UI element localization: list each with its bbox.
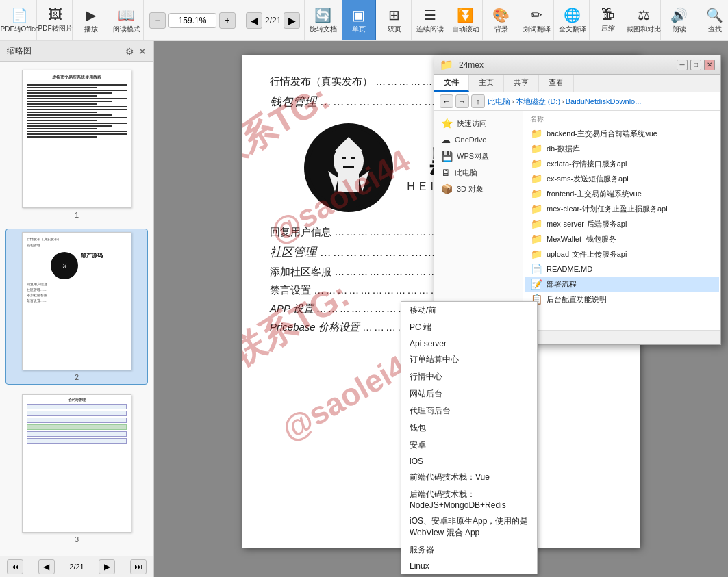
quick-access-icon: ⭐ (441, 118, 453, 129)
compare-label: 截图和对比 (627, 25, 661, 34)
thumbnail-scroll[interactable]: 虚拟币交易所系统使用教程 (0, 62, 153, 556)
compress-icon: 🗜 (601, 7, 615, 23)
thumbnail-close-icon[interactable]: ✕ (138, 46, 147, 57)
read-aloud-icon: 🔊 (670, 7, 688, 23)
tab-home[interactable]: 主页 (469, 75, 504, 92)
file-item-7[interactable]: 📁 MexWallet--钱包服务 (525, 231, 719, 246)
popup-item-10[interactable]: 前端代码技术栈：Vue (401, 469, 537, 486)
sidebar-3d[interactable]: 📦 3D 对象 (434, 181, 523, 197)
next-page-bottom-btn[interactable]: ▶ (99, 559, 115, 574)
popup-item-5[interactable]: 网站后台 (401, 385, 537, 402)
up-btn[interactable]: ↑ (471, 94, 485, 108)
sidebar-quick-access[interactable]: ⭐ 快速访问 (434, 115, 523, 131)
translate-word-icon: ✏ (531, 7, 542, 23)
file-item-1[interactable]: 📁 db-数据库 (525, 141, 719, 156)
file-label-2: exdata-行情接口服务api (547, 159, 627, 169)
file-item-9[interactable]: 📄 README.MD (525, 261, 719, 277)
popup-item-2[interactable]: Api server (401, 336, 537, 351)
back-btn[interactable]: ← (440, 94, 453, 108)
first-page-btn[interactable]: ⏮ (7, 559, 23, 574)
zoom-in-btn[interactable]: + (219, 12, 236, 29)
play-icon: ▶ (86, 7, 96, 23)
popup-item-9[interactable]: iOS (401, 454, 537, 469)
file-item-5[interactable]: 📁 mex-clear-计划任务止盈止损服务api (525, 201, 719, 216)
pdf-to-office-btn[interactable]: 📄 PDF转Office (3, 0, 37, 40)
tab-view[interactable]: 查看 (539, 75, 574, 92)
popup-item-7[interactable]: 钱包 (401, 420, 537, 437)
compress-btn[interactable]: 🗜 压缩 (591, 0, 625, 40)
close-btn[interactable]: ✕ (704, 60, 715, 70)
next-page-btn[interactable]: ▶ (284, 12, 300, 29)
zoom-out-btn[interactable]: − (149, 12, 166, 29)
popup-item-0[interactable]: 移动/前 (401, 302, 537, 319)
rotate-btn[interactable]: 🔄 旋转文档 (306, 0, 340, 40)
last-page-btn[interactable]: ⏭ (130, 559, 147, 574)
rotate-label: 旋转文档 (310, 25, 337, 34)
thumbnail-page-3[interactable]: 合约对管理 3 (5, 392, 148, 546)
popup-item-13[interactable]: 服务器 (401, 541, 537, 559)
continuous-btn[interactable]: ☰ 连续阅读 (413, 0, 447, 40)
prev-page-bottom-btn[interactable]: ◀ (38, 559, 55, 574)
file-item-4[interactable]: 📁 frontend-主交易前端系统vue (525, 186, 719, 201)
folder-icon: 📁 (440, 58, 453, 71)
file-item-2[interactable]: 📁 exdata-行情接口服务api (525, 156, 719, 171)
read-mode-icon: 📖 (118, 7, 135, 23)
file-item-8[interactable]: 📁 upload-文件上传服务api (525, 246, 719, 261)
popup-item-1[interactable]: PC 端 (401, 319, 537, 336)
file-item-10[interactable]: 📝 部署流程 (525, 277, 719, 292)
sidebar-onedrive[interactable]: ☁ OneDrive (434, 131, 523, 148)
onedrive-label: OneDrive (455, 136, 486, 144)
sidebar-wps[interactable]: 💾 WPS网盘 (434, 148, 523, 164)
file-manager-sidebar: ⭐ 快速访问 ☁ OneDrive 💾 WPS网盘 🖥 此电脑 (434, 111, 523, 330)
popup-item-12[interactable]: iOS、安卓非原生App，使用的是 WebView 混合 App (401, 513, 537, 541)
doc-text-5: 添加社区客服 (270, 266, 331, 277)
auto-scroll-btn[interactable]: ⏬ 自动滚动 (449, 0, 483, 40)
read-aloud-btn[interactable]: 🔊 朗读 (662, 0, 696, 40)
zoom-controls: − + (145, 0, 240, 40)
find-btn[interactable]: 🔍 查找 (698, 0, 728, 40)
path-folder[interactable]: BaiduNetdiskDownlo... (566, 97, 642, 105)
popup-item-4[interactable]: 行情中心 (401, 368, 537, 385)
dual-page-btn[interactable]: ⊞ 双页 (377, 0, 412, 40)
prev-page-btn[interactable]: ◀ (246, 12, 262, 29)
full-translate-btn[interactable]: 🌐 全文翻译 (555, 0, 590, 40)
thumbnail-page-2[interactable]: 行情发布（真实发布）… 钱包管理 …… ⚔ 黑产源码 回复用户信息…… 社区管理… (5, 229, 148, 385)
file-label-0: backend-主交易后台前端系统vue (547, 129, 657, 139)
file-item-0[interactable]: 📁 backend-主交易后台前端系统vue (525, 126, 719, 141)
file-list: 名称 📁 backend-主交易后台前端系统vue 📁 db-数据库 📁 exd… (523, 111, 720, 330)
tab-file[interactable]: 文件 (434, 75, 469, 92)
file-label-4: frontend-主交易前端系统vue (547, 189, 642, 199)
tab-share[interactable]: 共享 (504, 75, 539, 92)
file-item-6[interactable]: 📁 mex-server-后端服务api (525, 216, 719, 231)
maximize-btn[interactable]: □ (690, 60, 701, 70)
file-list-header: 名称 (525, 112, 719, 126)
popup-item-8[interactable]: 安卓 (401, 437, 537, 454)
single-page-btn[interactable]: ▣ 单页 (342, 0, 376, 40)
path-disk[interactable]: 本地磁盘 (D:) (516, 97, 560, 107)
thumbnail-settings-icon[interactable]: ⚙ (125, 46, 134, 57)
file-item-11[interactable]: 📋 后台配置功能说明 (525, 292, 719, 307)
pdf-to-image-btn[interactable]: 🖼 PDF转图片 (38, 0, 73, 40)
3d-icon: 📦 (441, 183, 453, 194)
thumbnail-page-1[interactable]: 虚拟币交易所系统使用教程 (5, 67, 148, 222)
forward-btn[interactable]: → (455, 94, 469, 108)
translate-word-btn[interactable]: ✏ 划词翻译 (520, 0, 554, 40)
file-label-3: ex-sms-发送短信服务api (547, 174, 629, 184)
wps-label: WPS网盘 (457, 151, 489, 162)
popup-item-11[interactable]: 后端代码技术栈：NodeJS+MongoDB+Redis (401, 486, 537, 513)
read-aloud-label: 朗读 (673, 25, 686, 34)
sidebar-computer[interactable]: 🖥 此电脑 (434, 164, 523, 181)
minimize-btn[interactable]: ─ (677, 60, 688, 70)
file-label-6: mex-server-后端服务api (547, 219, 627, 229)
path-computer[interactable]: 此电脑 (488, 97, 510, 107)
compare-btn[interactable]: ⚖ 截图和对比 (627, 0, 661, 40)
zoom-input[interactable] (168, 13, 216, 28)
bg-btn[interactable]: 🎨 背景 (484, 0, 518, 40)
file-item-3[interactable]: 📁 ex-sms-发送短信服务api (525, 171, 719, 186)
thumbnail-img-2: 行情发布（真实发布）… 钱包管理 …… ⚔ 黑产源码 回复用户信息…… 社区管理… (22, 232, 131, 370)
popup-item-3[interactable]: 订单结算中心 (401, 351, 537, 368)
popup-item-6[interactable]: 代理商后台 (401, 402, 537, 420)
play-btn[interactable]: ▶ 播放 (74, 0, 108, 40)
popup-item-14[interactable]: Linux (401, 559, 537, 574)
read-mode-btn[interactable]: 📖 阅读模式 (110, 0, 144, 40)
